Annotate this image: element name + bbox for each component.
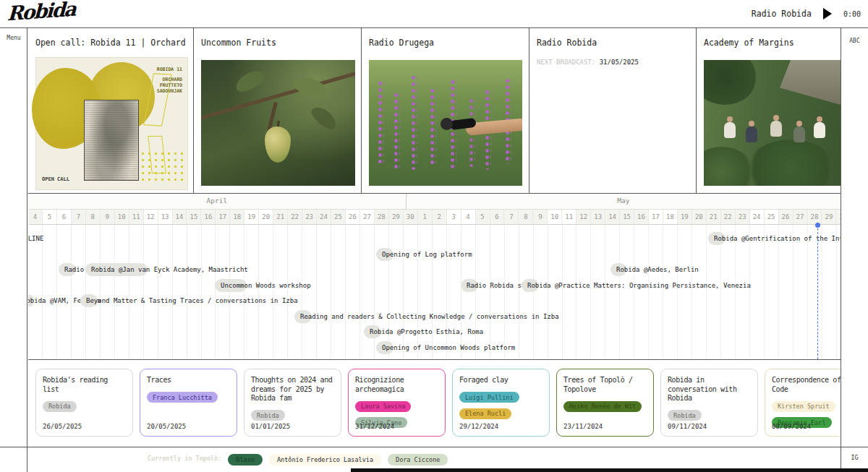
person-tag[interactable]: Blaso <box>228 454 263 465</box>
timeline-day-cell: 2 <box>433 210 447 224</box>
poster-text: ROBIDA 11 ORCHARD FRUTTETO SADOVNJAK <box>157 66 182 94</box>
article-date: 08/09/2024 <box>772 423 811 430</box>
person-tag[interactable]: Antônio Frederico Lasalvia <box>269 454 381 465</box>
timeline-day-cell: 12 <box>144 210 158 224</box>
foxglove-field-photo <box>369 60 522 186</box>
robida-logo[interactable]: Robida <box>7 0 76 25</box>
article-card[interactable]: Robida's reading listRobida26/05/2025 <box>35 369 133 437</box>
timeline-event[interactable]: Opening of Uncommon Woods platform <box>376 341 393 354</box>
flower-spike <box>411 74 417 170</box>
author-tag[interactable]: Elena Rucli <box>459 408 511 419</box>
today-marker-dot <box>815 223 820 228</box>
article-author-tags: Robida <box>251 407 334 424</box>
instagram-link[interactable]: IG <box>841 454 868 461</box>
timeline-month-april: April <box>28 194 407 210</box>
timeline-event[interactable]: Robida @Aedes, Berlin <box>610 263 626 276</box>
left-rail: Menu <box>0 27 27 472</box>
timeline-event[interactable]: Robida @Gentrification of the Internet <box>708 232 726 245</box>
article-date: 20/05/2025 <box>147 423 186 430</box>
flower-spike <box>430 87 436 167</box>
timeline-day-cell: 21 <box>707 210 721 224</box>
play-icon[interactable] <box>823 8 832 20</box>
author-tag[interactable]: Robida <box>43 401 77 412</box>
article-card[interactable]: Foraged clayLuigi PulliniElena Rucli29/1… <box>452 369 550 437</box>
timeline-event[interactable]: Beyond Matter & Tasting Traces / convers… <box>80 294 98 307</box>
timeline-day-cell: 29 <box>389 210 404 224</box>
article-card[interactable]: Correspondence of CodeKirsten SpruitBenj… <box>765 369 841 437</box>
timeline-day-cell: 30 <box>836 210 841 224</box>
feature-card-open-call[interactable]: Open call: Robida 11 | Orchard ROBIDA 11… <box>28 28 194 194</box>
article-date: 26/05/2025 <box>43 423 82 430</box>
article-card[interactable]: TracesFranca Lucchitta20/05/2025 <box>140 369 237 437</box>
foliage-shape <box>704 147 754 186</box>
timeline-event-label: Robida @Aedes, Berlin <box>616 266 699 273</box>
feature-card-radio-drugega[interactable]: Radio Drugega <box>362 28 529 194</box>
timeline-event-label: Opening of Uncommon Woods platform <box>382 344 515 351</box>
feature-card-academy-of-margins[interactable]: Academy of Margins <box>697 28 841 194</box>
timeline-day-cell: 11 <box>562 210 576 224</box>
timeline-day-cell: 13 <box>591 210 605 224</box>
timeline-event[interactable]: Radio Robida s04e6 <box>461 279 478 292</box>
person-shape <box>814 122 825 138</box>
foliage-shape <box>747 140 834 186</box>
author-tag[interactable]: Franca Lucchitta <box>147 392 218 403</box>
timeline-day-cell: 19 <box>678 210 692 224</box>
articles-row: Robida's reading listRobida26/05/2025Tra… <box>28 361 841 447</box>
timeline-day-cell: 27 <box>793 210 808 224</box>
microphone-head-shape <box>441 118 453 130</box>
timeline-event[interactable]: Opening of Log platform <box>376 248 393 261</box>
article-card[interactable]: Ricognizione archeomagicaLaura SavinaSil… <box>348 369 446 437</box>
timeline-day-cell: 19 <box>244 210 259 224</box>
article-card[interactable]: Thoughts on 2024 and dreams for 2025 by … <box>244 369 341 437</box>
person-shape <box>793 126 805 142</box>
author-tag[interactable]: Robida <box>251 410 285 421</box>
author-tag[interactable]: Laura Savina <box>355 401 411 412</box>
author-tag[interactable]: Kirsten Spruit <box>772 401 835 412</box>
timeline-event-label: Reading and readers & Collecting Knowled… <box>300 313 559 320</box>
bottom-scrollbar[interactable] <box>351 468 868 472</box>
author-tag[interactable]: Luigi Pullini <box>459 392 519 403</box>
timeline-day-cell: 26 <box>346 210 360 224</box>
timeline-day-cell: 21 <box>273 210 288 224</box>
person-shape <box>770 121 782 137</box>
timeline-day-cell: 26 <box>779 210 793 224</box>
article-card[interactable]: Robida in conversation with RobidaRobida… <box>660 369 758 437</box>
timeline-date-row: 4567891011121314151617181920212223242526… <box>28 210 841 225</box>
timeline-event[interactable]: Robida @Jan van Eyck Academy, Maastricht <box>85 263 148 276</box>
article-title: Robida's reading list <box>43 376 126 394</box>
timeline-day-cell: 25 <box>331 210 346 224</box>
timeline-event[interactable]: Robida @VAM, Ferrara <box>28 294 34 307</box>
stone-wall-shape <box>780 60 841 105</box>
author-tag[interactable]: Heike Renée de Wit <box>563 401 642 412</box>
article-author-tags: Heike Renée de Wit <box>563 398 647 414</box>
article-date: 31/12/2024 <box>355 423 394 430</box>
timeline-day-cell: 7 <box>72 210 86 224</box>
feature-card-uncommon-fruits[interactable]: Uncommon Fruits <box>194 28 362 194</box>
timeline-day-cell: 28 <box>375 210 389 224</box>
timeline-event[interactable]: Reading and readers & Collecting Knowled… <box>294 310 312 323</box>
timeline-event[interactable]: Uncommon Woods workshop <box>215 279 247 292</box>
timeline-day-cell: 6 <box>57 210 72 224</box>
article-title: Thoughts on 2024 and dreams for 2025 by … <box>251 376 334 403</box>
person-tag[interactable]: Dora Ciccone <box>388 454 448 465</box>
timeline-event-label: Beyond Matter & Tasting Traces / convers… <box>86 297 298 304</box>
timeline-event[interactable]: Robida @Practice Matters: Organising Per… <box>522 279 539 292</box>
feature-card-title: Radio Robida <box>537 38 597 48</box>
timeline-day-cell: 7 <box>504 210 519 224</box>
radio-player: Radio Robida 0:00 <box>752 0 861 27</box>
feature-card-title: Radio Drugega <box>369 38 434 48</box>
feature-card-radio-robida[interactable]: Radio Robida NEXT BROADCAST: 31/05/2025 <box>529 28 697 194</box>
timeline-event[interactable]: Robida @Progetto Esthia, Roma <box>364 325 381 338</box>
article-author-tags: Robida <box>43 398 126 414</box>
timeline-day-cell: 6 <box>490 210 505 224</box>
leaf-shape <box>232 66 268 95</box>
author-tag[interactable]: Robida <box>668 410 702 421</box>
menu-button[interactable]: Menu <box>0 35 27 41</box>
abc-link[interactable]: ABC <box>841 38 868 44</box>
timeline-day-cell: 15 <box>187 210 201 224</box>
article-author-tags: Franca Lucchitta <box>147 389 230 406</box>
article-title: Traces <box>147 376 230 385</box>
timeline-event-label: Robida @Practice Matters: Organising Per… <box>527 282 751 289</box>
article-card[interactable]: Trees of Topolò / TopoloveHeike Renée de… <box>556 369 654 437</box>
timeline-event[interactable]: Radio Robida <box>59 263 76 276</box>
